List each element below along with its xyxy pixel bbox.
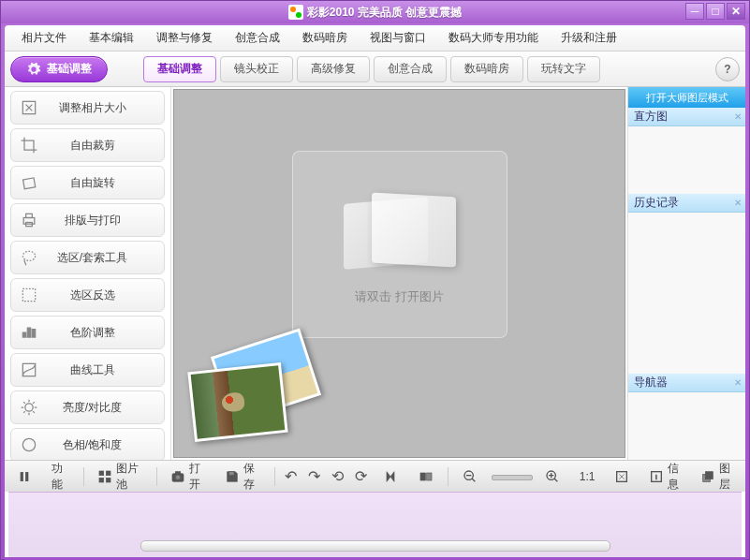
svg-rect-18: [175, 471, 180, 474]
tab-lens-correction[interactable]: 镜头校正: [220, 56, 293, 82]
open-layer-mode-button[interactable]: 打开大师图层模式: [628, 87, 745, 108]
panel-history-body: [628, 213, 745, 374]
maximize-button[interactable]: □: [706, 3, 725, 20]
tool-brightness-contrast[interactable]: 亮度/对比度: [10, 391, 165, 424]
menu-view-window[interactable]: 视图与窗口: [360, 26, 435, 50]
print-icon: [19, 210, 39, 230]
toolbar: 基础调整 基础调整 镜头校正 高级修复 创意合成 数码暗房 玩转文字 ?: [5, 52, 745, 87]
svg-rect-19: [229, 471, 234, 475]
tab-digital-darkroom[interactable]: 数码暗房: [450, 56, 523, 82]
menu-master-functions[interactable]: 数码大师专用功能: [439, 26, 548, 50]
minimize-button[interactable]: ─: [685, 3, 704, 20]
svg-text:i: i: [656, 473, 658, 481]
pause-icon: [16, 468, 33, 485]
zoom-out-icon: [462, 468, 478, 485]
sample-photo-bird: [187, 362, 287, 442]
svg-rect-11: [25, 472, 28, 480]
menu-basic-edit[interactable]: 基本编辑: [80, 26, 143, 50]
menu-upgrade-register[interactable]: 升级和注册: [551, 26, 626, 50]
titlebar[interactable]: 彩影2010 完美品质 创意更震撼 ─ □ ✕: [1, 1, 749, 23]
open-button[interactable]: 打开: [165, 465, 213, 488]
rotate-icon: [19, 172, 39, 193]
open-image-placeholder[interactable]: 请双击 打开图片: [292, 151, 507, 338]
grid-icon: [97, 468, 112, 485]
tool-resize[interactable]: 调整相片大小: [10, 91, 165, 125]
tool-rotate[interactable]: 自由旋转: [10, 166, 165, 199]
app-title: 彩影2010 完美品质 创意更震撼: [307, 5, 462, 21]
svg-rect-14: [99, 478, 104, 482]
invert-selection-icon: [19, 285, 39, 305]
window-controls: ─ □ ✕: [685, 3, 745, 20]
tab-creative-compose[interactable]: 创意合成: [374, 56, 447, 82]
svg-point-9: [22, 438, 35, 450]
compare-button[interactable]: [412, 465, 440, 488]
zoom-actual-button[interactable]: 1:1: [574, 465, 601, 488]
svg-rect-6: [22, 288, 35, 301]
tool-hue-saturation[interactable]: 色相/饱和度: [10, 428, 165, 460]
info-icon: i: [649, 468, 664, 485]
fit-screen-button[interactable]: [608, 465, 636, 488]
layers-button[interactable]: 图层: [695, 465, 740, 488]
app-icon: [288, 5, 303, 20]
brightness-icon: [19, 397, 39, 418]
svg-point-8: [25, 404, 33, 411]
close-icon[interactable]: ✕: [734, 377, 742, 388]
zoom-in-button[interactable]: [538, 465, 566, 488]
image-pool-button[interactable]: 图片池: [92, 465, 149, 488]
fit-icon: [613, 468, 630, 485]
flip-button[interactable]: [376, 465, 404, 488]
rotate-left-button[interactable]: ⟲: [330, 467, 346, 485]
crop-icon: [19, 135, 39, 155]
svg-rect-2: [23, 218, 35, 225]
zoom-out-button[interactable]: [456, 465, 484, 488]
help-button[interactable]: ?: [715, 57, 740, 81]
tool-curves[interactable]: 曲线工具: [10, 353, 165, 387]
compare-icon: [418, 468, 434, 485]
redo-button[interactable]: ↷: [306, 467, 322, 485]
tab-text-play[interactable]: 玩转文字: [527, 56, 600, 82]
hue-icon: [19, 435, 39, 455]
left-tool-panel: 调整相片大小 自由裁剪 自由旋转 排版与打印 选区/套索工具 选区反选 色阶调整…: [5, 87, 171, 460]
right-panel: 打开大师图层模式 直方图✕ 历史记录✕ 导航器✕: [627, 87, 745, 460]
tab-advanced-repair[interactable]: 高级修复: [297, 56, 370, 82]
info-button[interactable]: i信息: [643, 465, 688, 488]
menu-creative-compose[interactable]: 创意合成: [226, 26, 289, 50]
layers-icon: [700, 468, 715, 485]
close-icon[interactable]: ✕: [734, 111, 742, 122]
svg-point-5: [22, 251, 35, 260]
rotate-right-button[interactable]: ⟳: [353, 467, 369, 485]
tool-levels[interactable]: 色阶调整: [10, 316, 165, 349]
resize-icon: [19, 97, 39, 118]
flip-icon: [382, 468, 399, 485]
close-button[interactable]: ✕: [727, 3, 745, 20]
tool-layout-print[interactable]: 排版与打印: [10, 203, 165, 237]
canvas[interactable]: 请双击 打开图片: [173, 89, 625, 458]
tool-selection-lasso[interactable]: 选区/套索工具: [10, 241, 165, 274]
tab-basic-adjust[interactable]: 基础调整: [143, 56, 216, 82]
basic-adjust-main-button[interactable]: 基础调整: [10, 56, 108, 82]
pause-button[interactable]: [10, 465, 38, 488]
save-button[interactable]: 保存: [219, 465, 267, 488]
functions-button[interactable]: 功能: [46, 465, 76, 488]
menu-adjust-repair[interactable]: 调整与修复: [147, 26, 222, 50]
content: 基础调整 基础调整 镜头校正 高级修复 创意合成 数码暗房 玩转文字 ? 调整相…: [5, 52, 745, 557]
undo-button[interactable]: ↶: [283, 467, 299, 485]
tool-invert-selection[interactable]: 选区反选: [10, 278, 165, 312]
panel-navigator-body: [628, 392, 745, 460]
panel-history-header[interactable]: 历史记录✕: [628, 194, 745, 213]
main-area: 调整相片大小 自由裁剪 自由旋转 排版与打印 选区/套索工具 选区反选 色阶调整…: [5, 87, 745, 460]
panel-histogram-header[interactable]: 直方图✕: [628, 108, 745, 126]
svg-point-17: [175, 475, 180, 479]
thumbnail-strip[interactable]: [8, 492, 742, 557]
panel-navigator-header[interactable]: 导航器✕: [628, 374, 745, 392]
zoom-slider[interactable]: [492, 471, 531, 482]
close-icon[interactable]: ✕: [734, 198, 742, 208]
menu-digital-darkroom[interactable]: 数码暗房: [293, 26, 357, 50]
open-hint-text: 请双击 打开图片: [355, 288, 444, 305]
menu-photo-file[interactable]: 相片文件: [12, 26, 76, 50]
panel-histogram-body: [628, 126, 745, 194]
svg-rect-12: [99, 471, 104, 476]
tool-crop[interactable]: 自由裁剪: [10, 128, 165, 162]
svg-rect-21: [427, 473, 432, 480]
svg-rect-13: [106, 471, 110, 476]
